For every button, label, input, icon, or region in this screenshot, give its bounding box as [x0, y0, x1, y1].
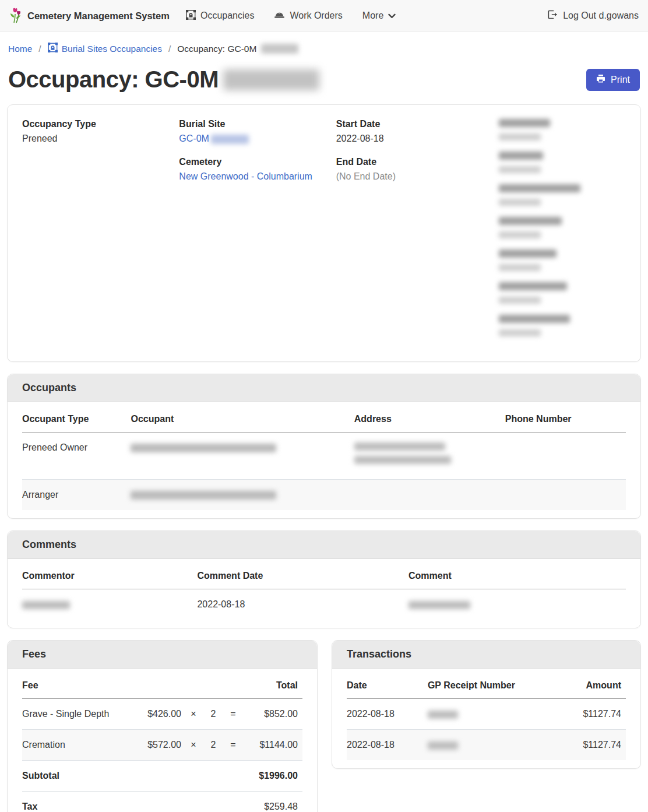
app-title: Cemetery Management System — [27, 10, 170, 22]
page-title-text: Occupancy: GC-0M — [8, 66, 219, 93]
print-button-label: Print — [611, 75, 630, 85]
tax-row: Tax $259.48 — [22, 792, 302, 812]
printer-icon — [596, 74, 605, 86]
column-header: Fee — [22, 669, 132, 699]
redacted-text — [428, 711, 458, 719]
cemetery-link[interactable]: New Greenwood - Columbarium — [179, 171, 312, 181]
redacted-field — [499, 217, 626, 238]
breadcrumb-current-label: Occupancy: GC-0M — [177, 44, 256, 54]
subtotal-value: $1996.00 — [132, 761, 302, 792]
print-button[interactable]: Print — [586, 69, 640, 91]
comment-date-cell: 2022-08-18 — [197, 589, 408, 620]
breadcrumb-home-label: Home — [8, 44, 32, 54]
page-header: Occupancy: GC-0M Print — [0, 63, 648, 93]
top-navbar: Cemetery Management System Occupancies — [0, 0, 648, 32]
breadcrumb-occupancies-link[interactable]: Burial Sites Occupancies — [48, 43, 162, 55]
subtotal-label: Subtotal — [22, 761, 132, 792]
table-row: 2022-08-18 $1127.74 — [347, 730, 626, 761]
fees-table: Fee Total Grave - Single Depth $426.00 — [22, 669, 302, 812]
fee-total-cell: $852.00 — [245, 699, 302, 730]
column-header: Amount — [551, 669, 626, 699]
column-header: Address — [354, 402, 505, 433]
table-row: Preneed Owner — [22, 433, 626, 480]
fee-qty-cell: 2 — [206, 730, 226, 761]
tombstone-icon — [186, 10, 196, 22]
nav-item-occupancies[interactable]: Occupancies — [186, 10, 255, 22]
details-col-4-redacted — [499, 119, 626, 347]
logout-button[interactable]: Log Out d.gowans — [547, 10, 639, 22]
burial-site-link[interactable]: GC-0M — [179, 133, 209, 143]
nav-links: Occupancies Work Orders More — [186, 10, 396, 22]
table-row: 2022-08-18 $1127.74 — [347, 699, 626, 730]
nav-item-label: More — [362, 10, 383, 21]
fee-unit-cell: $572.00 — [132, 730, 186, 761]
occupants-table: Occupant Type Occupant Address Phone Num… — [22, 402, 626, 510]
transaction-date-cell: 2022-08-18 — [347, 699, 428, 730]
redacted-text — [261, 44, 298, 54]
tulips-icon — [9, 6, 22, 26]
fee-eq-cell: = — [226, 730, 245, 761]
fee-times-cell: × — [186, 699, 206, 730]
logout-label: Log Out d.gowans — [563, 10, 639, 21]
comments-section-title: Comments — [8, 531, 640, 559]
breadcrumb-home-link[interactable]: Home — [8, 44, 32, 54]
table-row: Arranger — [22, 480, 626, 511]
redacted-text — [354, 456, 451, 464]
breadcrumb-separator: / — [38, 44, 41, 54]
fee-qty-cell: 2 — [206, 699, 226, 730]
transaction-amount-cell: $1127.74 — [551, 699, 626, 730]
hardhat-icon — [274, 10, 285, 22]
page-title: Occupancy: GC-0M — [8, 66, 319, 93]
column-header: Occupant Type — [22, 402, 131, 433]
redacted-text — [408, 601, 470, 609]
redacted-text — [428, 741, 458, 750]
redacted-field — [499, 249, 626, 271]
transactions-card: Transactions Date GP Receipt Number Amou… — [332, 640, 641, 769]
redacted-field — [499, 315, 626, 336]
breadcrumb-occupancies-label: Burial Sites Occupancies — [62, 44, 162, 54]
fee-times-cell: × — [186, 730, 206, 761]
start-date-value: 2022-08-18 — [336, 133, 499, 144]
occupant-type-cell: Arranger — [22, 480, 131, 511]
tombstone-icon — [48, 43, 58, 55]
end-date-value: (No End Date) — [336, 171, 499, 182]
column-header: Comment Date — [197, 559, 408, 589]
column-header: Total — [245, 669, 302, 699]
details-col-1: Occupancy Type Preneed — [22, 119, 179, 347]
fee-total-cell: $1144.00 — [245, 730, 302, 761]
occupancy-type-label: Occupancy Type — [22, 119, 179, 129]
nav-item-more[interactable]: More — [362, 10, 396, 21]
fees-card: Fees Fee Total — [7, 640, 318, 812]
redacted-text — [354, 442, 445, 451]
transaction-amount-cell: $1127.74 — [551, 730, 626, 761]
occupants-card: Occupants Occupant Type Occupant Address… — [7, 374, 641, 519]
start-date-label: Start Date — [336, 119, 499, 129]
occupants-section-title: Occupants — [8, 374, 640, 402]
tax-label: Tax — [22, 792, 132, 812]
nav-item-label: Work Orders — [290, 10, 342, 21]
fee-eq-cell: = — [226, 699, 245, 730]
redacted-text — [22, 601, 70, 609]
redacted-field — [499, 119, 626, 140]
brand: Cemetery Management System — [9, 6, 170, 26]
redacted-field — [499, 282, 626, 304]
details-col-2: Burial Site GC-0M Cemetery New Greenwood… — [179, 119, 336, 347]
tax-value: $259.48 — [132, 792, 302, 812]
occupancy-details-card: Occupancy Type Preneed Burial Site GC-0M… — [7, 104, 641, 362]
fee-unit-cell: $426.00 — [132, 699, 186, 730]
column-header: GP Receipt Number — [428, 669, 551, 699]
cemetery-label: Cemetery — [179, 157, 336, 167]
column-header: Commentor — [22, 559, 197, 589]
redacted-text — [223, 69, 319, 90]
fee-name-cell: Grave - Single Depth — [22, 699, 132, 730]
nav-item-label: Occupancies — [200, 10, 255, 21]
redacted-field — [499, 184, 626, 206]
redacted-text — [131, 444, 276, 452]
occupant-type-cell: Preneed Owner — [22, 433, 131, 480]
redacted-field — [499, 152, 626, 173]
breadcrumb-current: Occupancy: GC-0M — [177, 44, 298, 54]
logout-icon — [547, 10, 558, 22]
nav-item-work-orders[interactable]: Work Orders — [274, 10, 342, 22]
redacted-text — [211, 135, 249, 144]
table-row: 2022-08-18 — [22, 589, 626, 620]
